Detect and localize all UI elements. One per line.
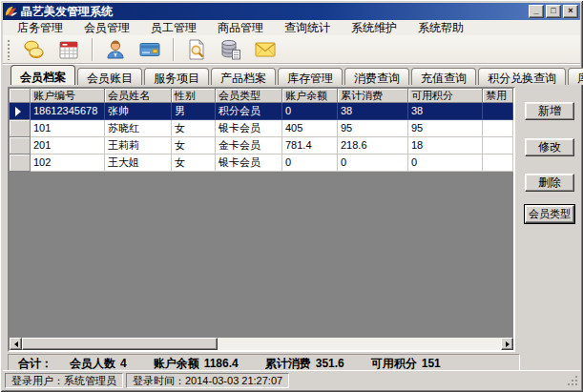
tab-member-archive[interactable]: 会员档案 xyxy=(10,65,75,85)
column-header-gender[interactable]: 性别 xyxy=(172,89,216,103)
column-header-balance[interactable]: 账户余额 xyxy=(282,89,338,103)
database-toolbar-button[interactable] xyxy=(217,37,245,62)
mail-icon xyxy=(254,38,277,61)
grid-empty-area xyxy=(10,172,513,338)
tab-recharge-query[interactable]: 充值查询 xyxy=(411,68,476,85)
cell-points[interactable]: 38 xyxy=(408,103,483,120)
summary-label: 累计消费 xyxy=(265,357,311,370)
row-header-cell[interactable] xyxy=(10,103,31,120)
cell-disabled[interactable] xyxy=(483,155,513,172)
cell-balance[interactable]: 0 xyxy=(282,103,338,120)
cell-consumption[interactable]: 95 xyxy=(338,120,408,137)
delete-button[interactable]: 删除 xyxy=(525,174,574,192)
menu-query[interactable]: 查询统计 xyxy=(274,19,341,37)
resize-grip-icon[interactable] xyxy=(566,374,578,386)
cell-disabled[interactable] xyxy=(483,103,513,120)
cell-consumption[interactable]: 218.6 xyxy=(338,137,408,155)
close-button[interactable]: × xyxy=(563,5,578,18)
cell-account[interactable]: 18612345678 xyxy=(31,103,105,120)
cell-name[interactable]: 张帅 xyxy=(105,103,172,120)
row-header-cell[interactable] xyxy=(10,120,31,137)
summary-value: 1186.4 xyxy=(204,357,239,370)
cell-name[interactable]: 王大姐 xyxy=(105,155,172,172)
cell-account[interactable]: 101 xyxy=(31,120,105,137)
scrollbar-thumb[interactable] xyxy=(22,338,218,350)
column-header-account[interactable]: 账户编号 xyxy=(31,89,105,103)
cell-balance[interactable]: 781.4 xyxy=(282,137,338,155)
cell-account[interactable]: 201 xyxy=(31,137,105,155)
edit-button[interactable]: 修改 xyxy=(525,138,574,156)
cell-account[interactable]: 102 xyxy=(31,155,105,172)
tab-inventory[interactable]: 库存管理 xyxy=(278,68,343,85)
row-header-cell[interactable] xyxy=(10,155,31,172)
row-header-cell[interactable] xyxy=(10,137,31,155)
table-row[interactable]: 101 苏晓红 女 银卡会员 405 95 95 xyxy=(10,120,513,137)
tab-product-archive[interactable]: 产品档案 xyxy=(211,68,276,85)
cell-gender[interactable]: 女 xyxy=(172,120,216,137)
tab-consumption-query[interactable]: 消费查询 xyxy=(344,68,409,85)
query-toolbar-button[interactable] xyxy=(182,37,211,62)
cell-gender[interactable]: 女 xyxy=(172,155,216,172)
triangle-right-icon xyxy=(506,341,510,347)
cell-points[interactable]: 0 xyxy=(408,155,483,172)
cell-consumption[interactable]: 38 xyxy=(338,103,408,120)
scroll-right-button[interactable] xyxy=(501,338,513,350)
card-icon xyxy=(138,38,161,61)
maximize-button[interactable]: □ xyxy=(546,5,561,18)
menu-system[interactable]: 系统维护 xyxy=(341,19,407,37)
coins-toolbar-button[interactable] xyxy=(20,37,49,62)
column-header-name[interactable]: 会员姓名 xyxy=(105,89,172,103)
horizontal-scrollbar[interactable] xyxy=(10,338,513,350)
cell-type[interactable]: 银卡会员 xyxy=(216,120,282,137)
member-grid: 账户编号 会员姓名 性别 会员类型 账户余额 累计消费 可用积分 禁用 1861… xyxy=(8,87,515,352)
table-row[interactable]: 18612345678 张帅 男 积分会员 0 38 38 xyxy=(10,103,513,120)
tab-member-accounts[interactable]: 会员账目 xyxy=(77,68,142,85)
cell-points[interactable]: 95 xyxy=(408,120,483,137)
cell-consumption[interactable]: 0 xyxy=(338,155,408,172)
menu-product[interactable]: 商品管理 xyxy=(207,19,274,37)
main-area: 账户编号 会员姓名 性别 会员类型 账户余额 累计消费 可用积分 禁用 1861… xyxy=(3,85,580,352)
scroll-left-button[interactable] xyxy=(10,338,22,350)
tab-stock-inout-query[interactable]: 库存进出查询 xyxy=(568,68,583,85)
summary-value: 4 xyxy=(120,357,127,370)
menu-bar: 店务管理 会员管理 员工管理 商品管理 查询统计 系统维护 系统帮助 xyxy=(3,20,580,35)
card-toolbar-button[interactable] xyxy=(135,37,164,62)
cell-name[interactable]: 苏晓红 xyxy=(105,120,172,137)
cell-type[interactable]: 银卡会员 xyxy=(216,155,282,172)
menu-staff[interactable]: 员工管理 xyxy=(140,19,207,37)
cell-balance[interactable]: 405 xyxy=(282,120,338,137)
cell-balance[interactable]: 0 xyxy=(282,155,338,172)
cell-type[interactable]: 积分会员 xyxy=(216,103,282,120)
column-header-type[interactable]: 会员类型 xyxy=(216,89,282,103)
table-row[interactable]: 102 王大姐 女 银卡会员 0 0 0 xyxy=(10,155,513,172)
calendar-toolbar-button[interactable] xyxy=(54,37,83,62)
cell-disabled[interactable] xyxy=(483,120,513,137)
menu-member[interactable]: 会员管理 xyxy=(73,19,140,37)
cell-points[interactable]: 18 xyxy=(408,137,483,155)
member-type-button[interactable]: 会员类型 xyxy=(525,205,574,223)
column-header-points[interactable]: 可用积分 xyxy=(408,89,483,103)
column-header-consumption[interactable]: 累计消费 xyxy=(338,89,408,103)
table-row[interactable]: 201 王莉莉 女 金卡会员 781.4 218.6 18 xyxy=(10,137,513,155)
cell-name[interactable]: 王莉莉 xyxy=(105,137,172,155)
member-icon xyxy=(104,38,127,61)
scrollbar-track[interactable] xyxy=(218,338,501,350)
minimize-button[interactable]: _ xyxy=(529,5,544,18)
summary-label: 账户余额 xyxy=(154,357,199,370)
toolbar xyxy=(3,35,580,64)
tab-service-items[interactable]: 服务项目 xyxy=(144,68,209,85)
menu-store[interactable]: 店务管理 xyxy=(7,19,73,37)
column-header-disabled[interactable]: 禁用 xyxy=(483,89,513,103)
status-login-user: 登录用户：系统管理员 xyxy=(5,373,123,388)
cell-type[interactable]: 金卡会员 xyxy=(216,137,282,155)
member-toolbar-button[interactable] xyxy=(101,37,130,62)
cell-gender[interactable]: 女 xyxy=(172,137,216,155)
toolbar-gripper[interactable] xyxy=(7,39,10,60)
add-button[interactable]: 新增 xyxy=(525,102,574,120)
mail-toolbar-button[interactable] xyxy=(251,37,280,62)
tab-points-exchange-query[interactable]: 积分兑换查询 xyxy=(478,68,566,85)
menu-help[interactable]: 系统帮助 xyxy=(407,19,474,37)
cell-gender[interactable]: 男 xyxy=(172,103,216,120)
cell-disabled[interactable] xyxy=(483,137,513,155)
grid-corner-cell xyxy=(10,89,31,103)
